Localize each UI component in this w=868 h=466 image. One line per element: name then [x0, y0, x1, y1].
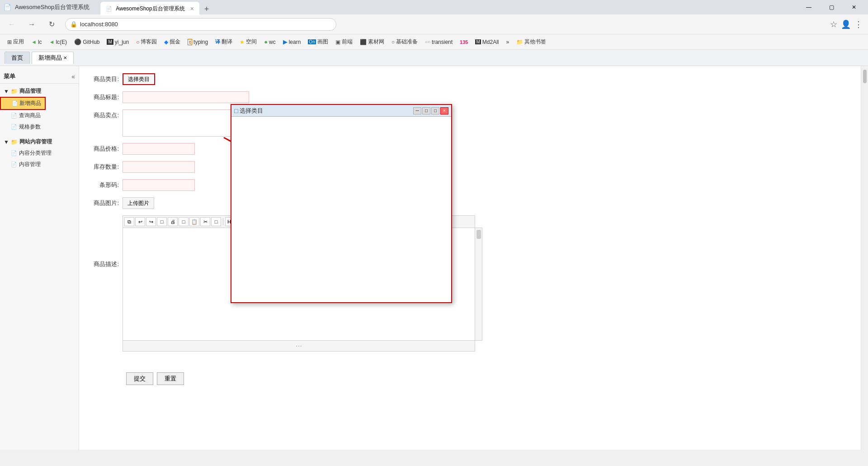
- tab-add-product[interactable]: 新增商品 ×: [32, 52, 74, 64]
- sidebar-item-spec[interactable]: 📄 规格参数: [0, 121, 79, 133]
- bookmarks-bar: ⊞ 应用 ◄ lc ◄ lc(E) ⚫ GitHub M yi_jun ○ 博客…: [0, 34, 868, 50]
- image-label: 商品图片:: [86, 197, 123, 207]
- bookmark-juejin[interactable]: ◆ 掘金: [161, 37, 183, 47]
- bookmark-frontend[interactable]: ▣ 前端: [333, 37, 355, 47]
- app-header: 首页 新增商品 ×: [0, 50, 868, 66]
- barcode-row: 条形码:: [86, 179, 854, 191]
- stock-label: 库存数量:: [86, 161, 123, 171]
- bookmark-yijun[interactable]: M yi_jun: [104, 38, 132, 46]
- title-input[interactable]: [123, 91, 249, 103]
- maximize-button[interactable]: ▢: [821, 0, 842, 14]
- bookmark-lc[interactable]: ◄ lc: [28, 38, 45, 46]
- stock-input[interactable]: [123, 161, 195, 173]
- section-label: 商品管理: [19, 87, 41, 95]
- dialog-close-button[interactable]: ×: [440, 107, 448, 114]
- bookmark-basics[interactable]: ○ 基础准备: [389, 37, 420, 47]
- back-button[interactable]: ←: [5, 18, 18, 31]
- dialog-maximize-button[interactable]: □: [431, 107, 439, 114]
- image-row: 商品图片: 上传图片: [86, 197, 854, 209]
- bookmark-more[interactable]: »: [503, 38, 512, 46]
- highlights-input[interactable]: [123, 109, 249, 137]
- bookmark-icon[interactable]: ☆: [830, 19, 837, 29]
- active-tab[interactable]: 📄 AwesomeShop后台管理系统 ×: [100, 2, 199, 15]
- editor-btn-redo[interactable]: ↪: [146, 217, 156, 226]
- item-icon: 📄: [11, 113, 17, 119]
- bookmark-md2all[interactable]: M Md2All: [472, 38, 501, 46]
- editor-btn-copy[interactable]: ⧉: [124, 217, 134, 226]
- dialog-title-bar: □ 选择类目 ─ □ □ ×: [231, 105, 451, 117]
- select-category-button[interactable]: 选择类目: [123, 73, 155, 85]
- sidebar-item-content[interactable]: 📄 内容管理: [0, 159, 79, 170]
- sidebar-item-add-product[interactable]: 📄 新增商品: [0, 97, 46, 110]
- editor-btn-print[interactable]: 🖨: [168, 217, 178, 226]
- new-tab-button[interactable]: +: [199, 3, 214, 15]
- item-label: 查询商品: [19, 112, 41, 119]
- address-bar[interactable]: 🔒 localhost:8080: [65, 18, 336, 31]
- submit-area: 提交 重置: [86, 372, 854, 385]
- tab-close-btn[interactable]: ×: [190, 5, 194, 12]
- bookmark-space[interactable]: ★ 空间: [237, 37, 259, 47]
- editor-btn-undo[interactable]: ↩: [135, 217, 145, 226]
- reset-button[interactable]: 重置: [157, 372, 184, 385]
- minimize-button[interactable]: —: [798, 0, 819, 14]
- tab-home[interactable]: 首页: [5, 52, 30, 64]
- editor-scrollbar[interactable]: [475, 228, 482, 341]
- title-bar: 📄 AwesomeShop后台管理系统 📄 AwesomeShop后台管理系统 …: [0, 0, 868, 14]
- bookmark-wc[interactable]: ● wc: [261, 38, 278, 46]
- editor-btn-cut[interactable]: ✂: [200, 217, 210, 226]
- bookmark-learn[interactable]: ▶ learn: [280, 38, 304, 46]
- dialog-minimize-button[interactable]: ─: [413, 107, 421, 114]
- collapse-icon[interactable]: «: [71, 73, 75, 80]
- price-input[interactable]: [123, 143, 195, 155]
- section-icon: 📁: [11, 88, 18, 95]
- barcode-input[interactable]: [123, 179, 195, 191]
- editor-btn-extra[interactable]: □: [211, 217, 221, 226]
- editor-btn-template[interactable]: □: [179, 217, 189, 226]
- item-label: 内容分类管理: [19, 149, 52, 157]
- main-content: 商品类目: 选择类目 商品标题: 商品卖点:: [79, 66, 861, 450]
- upload-image-button[interactable]: 上传图片: [123, 197, 154, 209]
- close-button[interactable]: ✕: [844, 0, 864, 14]
- bookmark-135[interactable]: 135: [457, 38, 471, 46]
- bookmark-typing[interactable]: t typing: [185, 38, 211, 46]
- refresh-button[interactable]: ↻: [45, 18, 58, 31]
- submit-button[interactable]: 提交: [126, 372, 153, 385]
- dialog-restore-button[interactable]: □: [422, 107, 430, 114]
- bookmark-apps[interactable]: ⊞ 应用: [5, 37, 27, 47]
- editor-resize-handle[interactable]: ⋯: [123, 341, 475, 352]
- forward-button[interactable]: →: [25, 18, 38, 31]
- desc-label: 商品描述:: [86, 258, 123, 268]
- title-row: 商品标题:: [86, 91, 854, 103]
- editor-row: ⧉ ↩ ↪ □ 🖨 □ 📋 ✂ □ H1▾ ƒ▾ T▾ A▾: [86, 215, 854, 352]
- editor-label: [86, 215, 123, 217]
- bookmark-material[interactable]: ⬛ 素材网: [357, 37, 387, 47]
- bookmark-draw[interactable]: On 画图: [305, 37, 330, 47]
- page-scrollbar[interactable]: [861, 66, 868, 450]
- item-label: 内容管理: [19, 161, 41, 168]
- editor-btn-paste[interactable]: 📋: [189, 217, 199, 226]
- lock-icon: 🔒: [70, 21, 77, 28]
- bookmark-github[interactable]: ⚫ GitHub: [71, 38, 102, 46]
- bookmark-bokeyuan[interactable]: ○ 博客园: [133, 37, 160, 47]
- highlights-row: 商品卖点:: [86, 109, 854, 137]
- highlights-label: 商品卖点:: [86, 109, 123, 119]
- tab-label: AwesomeShop后台管理系统: [116, 5, 185, 13]
- sidebar: 菜单 « ▼ 📁 商品管理 📄 新增商品 📄 查询商品 📄 规格参数: [0, 66, 79, 450]
- editor-btn-preview[interactable]: □: [157, 217, 167, 226]
- bookmark-lce[interactable]: ◄ lc(E): [47, 38, 70, 46]
- title-label: 商品标题:: [86, 91, 123, 101]
- category-row: 商品类目: 选择类目: [86, 73, 854, 85]
- profile-icon[interactable]: 👤: [841, 19, 851, 29]
- bookmark-translate[interactable]: 译 翻译: [212, 37, 235, 47]
- bookmark-transient[interactable]: ○○ transient: [422, 38, 455, 46]
- menu-icon[interactable]: ⋮: [854, 19, 863, 29]
- bookmark-other[interactable]: 📁 其他书签: [514, 37, 549, 47]
- price-label: 商品价格:: [86, 143, 123, 153]
- sidebar-section-content[interactable]: ▼ 📁 网站内容管理: [0, 136, 79, 147]
- sidebar-item-query-product[interactable]: 📄 查询商品: [0, 110, 79, 121]
- item-label: 新增商品: [19, 100, 41, 106]
- select-category-dialog[interactable]: □ 选择类目 ─ □ □ ×: [231, 104, 452, 303]
- sidebar-item-content-category[interactable]: 📄 内容分类管理: [0, 147, 79, 159]
- sidebar-section-products[interactable]: ▼ 📁 商品管理: [0, 86, 79, 97]
- section-icon: 📁: [11, 139, 18, 145]
